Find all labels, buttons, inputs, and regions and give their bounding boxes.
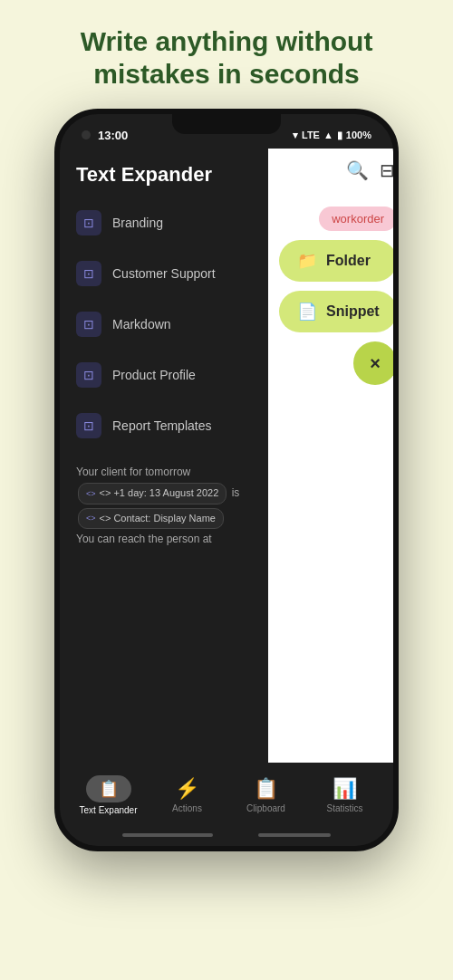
snippet-area: Your client for tomorrow <> <> +1 day: 1… [60, 451, 268, 763]
tab-actions[interactable]: ⚡ Actions [148, 772, 226, 819]
snippet-tag-1: <> <> +1 day: 13 August 2022 [78, 483, 226, 504]
statistics-tab-icon: 📊 [333, 777, 357, 801]
folder-icon-report-templates: ⊡ [76, 413, 101, 438]
sidebar: Text Expander ⊡ Branding ⊡ Customer Supp… [60, 149, 268, 763]
battery-percent: 100% [346, 130, 371, 140]
app-title: Text Expander [60, 149, 268, 197]
headline: Write anything without mistakes in secon… [63, 0, 391, 109]
filter-icon[interactable]: ⊟ [380, 159, 393, 181]
sidebar-item-report-templates[interactable]: ⊡ Report Templates [60, 400, 268, 451]
sidebar-item-customer-support[interactable]: ⊡ Customer Support [60, 248, 268, 299]
sidebar-item-product-profile[interactable]: ⊡ Product Profile [60, 350, 268, 400]
snippet-text-2: is [232, 486, 240, 499]
folder-button[interactable]: 📁 Folder [279, 240, 393, 282]
sidebar-label-markdown: Markdown [112, 317, 171, 331]
snippet-button[interactable]: 📄 Snippet [279, 291, 393, 332]
signal-icon: LTE [302, 130, 320, 140]
right-header: 🔍 ⊟ [268, 149, 393, 192]
sidebar-item-branding[interactable]: ⊡ Branding [60, 197, 268, 248]
camera-dot [82, 130, 91, 139]
folder-btn-icon: 📁 [297, 251, 317, 271]
clipboard-tab-icon: 📋 [254, 777, 278, 801]
home-bar-right [258, 833, 331, 837]
tag-icon-2: <> [86, 512, 96, 524]
folder-icon-customer-support: ⊡ [76, 261, 101, 286]
status-icons: ▾ LTE ▲ ▮ 100% [293, 130, 371, 141]
text-expander-tab-label: Text Expander [80, 805, 138, 815]
phone-screen: 13:00 ▾ LTE ▲ ▮ 100% Text Expander ⊡ Bra… [60, 114, 393, 846]
sidebar-item-markdown[interactable]: ⊡ Markdown [60, 299, 268, 350]
snippet-btn-icon: 📄 [297, 302, 317, 322]
folder-icon-markdown: ⊡ [76, 312, 101, 337]
wifi-icon: ▾ [293, 130, 298, 141]
bottom-nav: 📋 Text Expander ⚡ Actions 📋 Clipboard 📊 … [60, 763, 393, 828]
folder-btn-label: Folder [326, 253, 371, 269]
snippet-btn-label: Snippet [326, 303, 380, 320]
phone-frame: 13:00 ▾ LTE ▲ ▮ 100% Text Expander ⊡ Bra… [54, 109, 399, 851]
status-time: 13:00 [98, 129, 128, 142]
actions-tab-icon: ⚡ [175, 777, 199, 801]
statistics-tab-label: Statistics [326, 803, 362, 813]
tab-statistics[interactable]: 📊 Statistics [305, 772, 384, 819]
snippet-text-1: Your client for tomorrow [76, 466, 190, 478]
tag-icon-1: <> [86, 487, 96, 500]
clipboard-tab-label: Clipboard [246, 803, 285, 813]
right-panel: 🔍 ⊟ workorder 📁 Folder 📄 Snippet × [268, 149, 393, 763]
sidebar-label-product-profile: Product Profile [112, 368, 196, 382]
tab-clipboard[interactable]: 📋 Clipboard [226, 772, 305, 819]
workorder-badge: workorder [319, 207, 393, 231]
sidebar-label-report-templates: Report Templates [112, 418, 211, 433]
search-icon[interactable]: 🔍 [346, 159, 369, 181]
signal-bars-icon: ▲ [323, 130, 333, 140]
folder-icon-branding: ⊡ [76, 210, 101, 235]
text-expander-tab-icon: 📋 [86, 775, 131, 802]
home-indicator [60, 828, 393, 846]
phone-notch [172, 114, 281, 134]
close-button[interactable]: × [353, 341, 393, 385]
sidebar-label-branding: Branding [112, 216, 163, 230]
tab-text-expander[interactable]: 📋 Text Expander [69, 770, 148, 821]
main-content: Text Expander ⊡ Branding ⊡ Customer Supp… [60, 149, 393, 763]
snippet-text-3: You can reach the person at [76, 533, 212, 545]
sidebar-label-customer-support: Customer Support [112, 266, 216, 281]
actions-tab-label: Actions [172, 803, 202, 813]
home-bars [122, 833, 331, 837]
snippet-tag-2: <> <> Contact: Display Name [78, 508, 224, 530]
battery-icon: ▮ [337, 130, 342, 141]
right-body: workorder 📁 Folder 📄 Snippet × [268, 192, 393, 763]
home-bar-left [122, 833, 213, 837]
folder-icon-product-profile: ⊡ [76, 362, 101, 388]
